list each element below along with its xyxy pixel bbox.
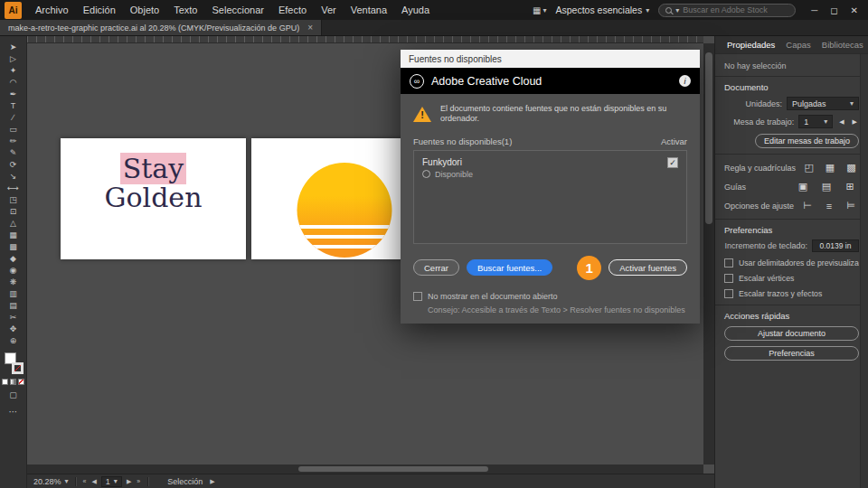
checkbox-icon[interactable]: [724, 274, 733, 283]
mesh-tool[interactable]: ▦: [3, 229, 24, 240]
symbol-sprayer-tool[interactable]: ❋: [3, 276, 24, 287]
menu-ayuda[interactable]: Ayuda: [394, 5, 437, 15]
rectangle-tool[interactable]: ▭: [3, 123, 24, 135]
magic-wand-tool[interactable]: ✦: [3, 64, 24, 76]
menu-ventana[interactable]: Ventana: [344, 5, 394, 15]
menu-seleccionar[interactable]: Seleccionar: [204, 5, 270, 15]
search-input[interactable]: [683, 5, 788, 14]
paintbrush-tool[interactable]: ✏: [3, 135, 24, 146]
horizontal-scrollbar-thumb[interactable]: [298, 466, 488, 472]
horizontal-scrollbar[interactable]: [27, 465, 703, 474]
lock-guides-icon[interactable]: ▤: [817, 181, 835, 192]
gradient-mini-swatch[interactable]: [10, 379, 16, 385]
draw-mode-icon[interactable]: ▢: [9, 390, 17, 399]
menu-ver[interactable]: Ver: [314, 5, 344, 15]
dont-show-checkbox-row[interactable]: No mostrar en el documento abierto: [413, 292, 687, 301]
hand-tool[interactable]: ✥: [3, 323, 24, 334]
snap-pixel-icon[interactable]: ≡: [821, 201, 837, 211]
menu-efecto[interactable]: Efecto: [271, 5, 314, 15]
workspace-switcher[interactable]: Aspectos esenciales ▾: [555, 5, 649, 15]
gradient-tool[interactable]: ▩: [3, 240, 24, 252]
zoom-tool[interactable]: ⊕: [3, 334, 24, 346]
transparency-grid-icon[interactable]: ▩: [844, 162, 859, 174]
restore-icon[interactable]: ◻: [824, 5, 844, 15]
shape-builder-tool[interactable]: ⊡: [3, 205, 24, 217]
eyedropper-tool[interactable]: ◆: [3, 252, 24, 264]
units-dropdown[interactable]: Pulgadas ▾: [787, 97, 859, 110]
close-button[interactable]: Cerrar: [413, 259, 459, 276]
menu-archivo[interactable]: Archivo: [28, 5, 76, 15]
selection-tool[interactable]: ➤: [3, 41, 24, 52]
show-guides-icon[interactable]: ▣: [794, 181, 812, 192]
tab-close-icon[interactable]: ×: [307, 23, 313, 33]
menu-texto[interactable]: Texto: [166, 5, 204, 15]
free-transform-tool[interactable]: ◳: [3, 193, 24, 205]
menu-edicion[interactable]: Edición: [76, 5, 123, 15]
ruler-toggle-icon[interactable]: ◰: [801, 162, 816, 174]
slice-tool[interactable]: ✂: [3, 311, 24, 323]
previous-artboard-icon[interactable]: ◀: [837, 118, 845, 126]
menu-objeto[interactable]: Objeto: [123, 5, 166, 15]
vertical-scrollbar-thumb[interactable]: [705, 52, 712, 224]
preferences-button[interactable]: Preferencias: [724, 346, 859, 361]
direct-selection-tool[interactable]: ▷: [3, 52, 24, 64]
scale-tool[interactable]: ↘: [3, 170, 24, 182]
pencil-tool[interactable]: ✎: [3, 146, 24, 158]
arrange-documents-button[interactable]: ▦ ▾: [533, 5, 546, 15]
artboard-tool[interactable]: ▤: [3, 299, 24, 311]
perspective-grid-tool[interactable]: △: [3, 217, 24, 229]
tab-capas[interactable]: Capas: [781, 40, 815, 50]
next-artboard-icon[interactable]: ▶: [126, 478, 132, 485]
first-artboard-icon[interactable]: «: [82, 478, 88, 484]
previous-artboard-icon[interactable]: ◀: [90, 478, 97, 485]
document-tab[interactable]: make-a-retro-tee-graphic practice.ai al …: [0, 20, 322, 35]
grid-toggle-icon[interactable]: ▦: [822, 162, 837, 174]
activate-fonts-button[interactable]: Activar fuentes: [609, 259, 687, 276]
toolbar-overflow-icon[interactable]: ⋯: [9, 407, 18, 417]
make-guides-icon[interactable]: ⊞: [841, 181, 859, 192]
artboard-navigation: « ◀ 1 ▾ ▶ »: [82, 476, 142, 487]
checkbox-icon[interactable]: [724, 289, 733, 298]
scale-corners-checkbox-row[interactable]: Escalar vértices: [724, 274, 859, 283]
checkbox-icon[interactable]: [413, 292, 422, 301]
fit-document-button[interactable]: Ajustar documento: [724, 326, 859, 341]
none-mini-swatch[interactable]: [18, 379, 24, 385]
next-artboard-icon[interactable]: ▶: [851, 118, 859, 126]
status-menu-icon[interactable]: ▶: [209, 478, 215, 485]
statusbar-divider: [75, 477, 76, 486]
panel-scrollbar[interactable]: [860, 54, 868, 488]
adobe-stock-search[interactable]: ▾: [658, 4, 796, 17]
color-mini-swatch[interactable]: [2, 379, 8, 385]
tab-propiedades[interactable]: Propiedades: [722, 40, 779, 50]
edit-artboards-button[interactable]: Editar mesas de trabajo: [755, 134, 859, 148]
artboard-number-dropdown[interactable]: 1 ▾: [101, 476, 122, 487]
lasso-tool[interactable]: ◠: [3, 76, 24, 88]
preview-bounds-checkbox-row[interactable]: Usar delimitadores de previsualización: [724, 258, 859, 267]
snap-grid-icon[interactable]: ⊢: [799, 200, 816, 211]
width-tool[interactable]: ⟷: [3, 182, 24, 193]
find-fonts-button[interactable]: Buscar fuentes...: [467, 259, 552, 276]
pen-tool[interactable]: ✒: [3, 88, 24, 99]
vertical-scrollbar[interactable]: [703, 43, 714, 465]
zoom-control[interactable]: 20.28% ▾: [33, 477, 69, 486]
line-segment-tool[interactable]: ∕: [3, 111, 24, 123]
close-icon[interactable]: ✕: [844, 5, 864, 15]
column-graph-tool[interactable]: ▥: [3, 287, 24, 299]
tab-bibliotecas[interactable]: Bibliotecas: [817, 40, 868, 50]
info-icon[interactable]: i: [679, 75, 691, 87]
last-artboard-icon[interactable]: »: [136, 478, 141, 484]
minimize-icon[interactable]: ─: [805, 5, 824, 15]
stroke-swatch[interactable]: [12, 362, 24, 374]
blend-tool[interactable]: ◉: [3, 264, 24, 276]
artboard-dropdown[interactable]: 1 ▾: [798, 115, 833, 128]
activate-font-checkbox[interactable]: ✓: [667, 157, 678, 168]
artboard-1[interactable]: Stay Golden: [61, 138, 246, 259]
checkbox-icon[interactable]: [724, 258, 733, 267]
snap-point-icon[interactable]: ⊨: [843, 200, 859, 211]
scale-strokes-checkbox-row[interactable]: Escalar trazos y efectos: [724, 289, 859, 298]
font-list-item[interactable]: Funkydori Disponible ✓: [422, 157, 678, 179]
keyboard-increment-field[interactable]: 0.0139 in: [812, 239, 859, 252]
rotate-tool[interactable]: ⟳: [3, 158, 24, 170]
dialog-titlebar[interactable]: Fuentes no disponibles: [401, 50, 700, 68]
type-tool[interactable]: T: [3, 99, 24, 111]
